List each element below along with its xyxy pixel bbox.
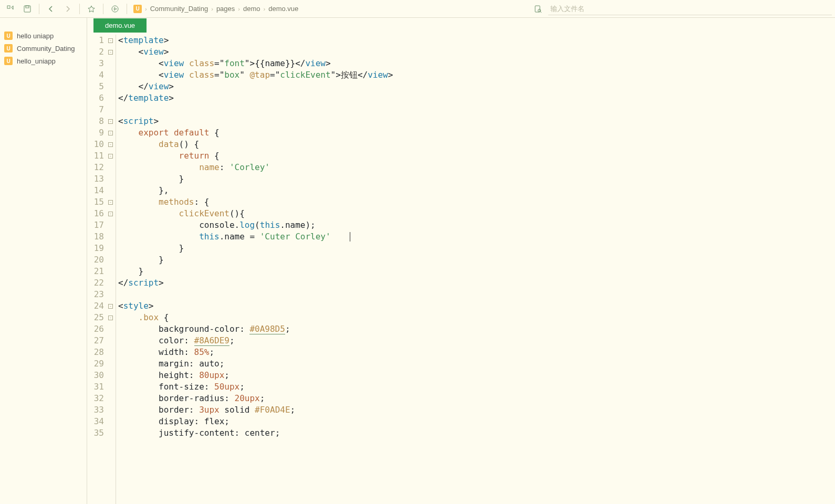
search-icon[interactable]	[530, 2, 545, 16]
star-button[interactable]	[84, 2, 99, 16]
toolbar: U › Community_Dating › pages › demo › de…	[0, 0, 835, 18]
svg-line-6	[540, 12, 541, 13]
sidebar-item[interactable]: U hello uniapp	[0, 29, 87, 42]
chevron-right-icon: ›	[238, 6, 240, 12]
editor: demo.vue 1234567891011121314151617181920…	[87, 18, 835, 504]
sidebar: U hello uniapp U Community_Dating U hell…	[0, 18, 87, 504]
breadcrumb-item[interactable]: pages	[216, 5, 235, 13]
chevron-right-icon: ›	[264, 6, 266, 12]
svg-rect-1	[24, 6, 30, 12]
svg-point-5	[538, 9, 541, 12]
project-icon: U	[4, 57, 13, 65]
chevron-right-icon: ›	[145, 6, 147, 12]
breadcrumb: U › Community_Dating › pages › demo › de…	[133, 5, 298, 13]
menu-button[interactable]	[3, 2, 18, 16]
save-button[interactable]	[20, 2, 35, 16]
back-button[interactable]	[44, 2, 58, 16]
chevron-right-icon: ›	[211, 6, 213, 12]
svg-point-3	[112, 6, 118, 12]
breadcrumb-root-icon: U	[133, 5, 142, 13]
project-icon: U	[4, 44, 13, 52]
search-input[interactable]	[548, 3, 832, 15]
tab-bar: demo.vue	[87, 18, 835, 33]
breadcrumb-item[interactable]: demo.vue	[268, 5, 298, 13]
code-editor[interactable]: 1234567891011121314151617181920212223242…	[87, 33, 835, 504]
forward-button[interactable]	[60, 2, 75, 16]
sidebar-item[interactable]: U Community_Dating	[0, 42, 87, 55]
sidebar-item[interactable]: U hello_uniapp	[0, 55, 87, 67]
tab-active[interactable]: demo.vue	[93, 18, 147, 33]
svg-rect-4	[535, 6, 540, 12]
sidebar-item-label: Community_Dating	[17, 45, 75, 52]
code-content[interactable]: <template> <view> <view class="font">{{n…	[116, 35, 835, 504]
fold-column: ----------	[108, 35, 116, 504]
sidebar-item-label: hello_uniapp	[17, 57, 56, 65]
run-button[interactable]	[108, 2, 122, 16]
sidebar-item-label: hello uniapp	[17, 32, 54, 40]
svg-rect-0	[7, 6, 10, 8]
svg-rect-2	[26, 6, 29, 8]
line-number-gutter: 1234567891011121314151617181920212223242…	[87, 35, 108, 504]
breadcrumb-item[interactable]: demo	[243, 5, 260, 13]
project-icon: U	[4, 32, 13, 40]
breadcrumb-item[interactable]: Community_Dating	[150, 5, 208, 13]
